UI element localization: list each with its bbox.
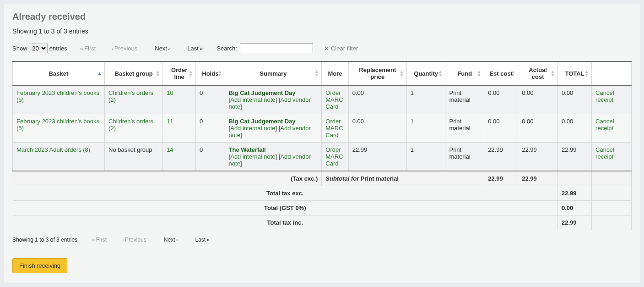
page-size-control: Show 20 entries: [12, 44, 67, 53]
total-value: 22.99: [562, 146, 577, 153]
already-received-panel: Already received Showing 1 to 3 of 3 ent…: [4, 4, 640, 284]
basket-link[interactable]: February 2023 children's books (5): [16, 118, 99, 132]
quantity-value: 1: [411, 118, 414, 125]
col-fund[interactable]: Fund ▲▼: [445, 61, 484, 85]
add-internal-note-link[interactable]: Add internal note: [230, 153, 275, 160]
more-card-link[interactable]: Card: [325, 160, 338, 167]
chevrons-left-icon: «: [80, 45, 83, 52]
fund-value: Print material: [449, 118, 470, 132]
est-cost-value: 0.00: [488, 89, 499, 96]
total-gst-value: 0.00: [558, 201, 592, 215]
col-actual-cost[interactable]: Actual cost ▲▼: [518, 61, 558, 85]
total-tax-inc-label: Total tax inc.: [13, 215, 558, 230]
bottom-controls: Showing 1 to 3 of 3 entries « First ‹ Pr…: [12, 230, 632, 246]
replacement-price-value: 22.99: [352, 146, 368, 153]
more-order-link[interactable]: Order: [325, 89, 341, 96]
est-cost-value: 22.99: [488, 146, 503, 153]
clear-filter[interactable]: ✕ Clear filter: [324, 45, 358, 52]
total-tax-exc-label: Total tax exc.: [13, 186, 558, 201]
total-tax-inc-value: 22.99: [558, 215, 592, 230]
holds-value: 0: [200, 118, 203, 125]
chevrons-right-icon: »: [206, 237, 210, 243]
quantity-value: 1: [411, 89, 414, 96]
col-est-cost[interactable]: Est cost ▲▼: [484, 61, 518, 85]
close-icon: ✕: [324, 45, 329, 52]
chevron-right-icon: ›: [176, 237, 178, 243]
col-more: More: [322, 61, 349, 85]
col-quantity[interactable]: Quantity ▲▼: [406, 61, 445, 85]
more-card-link[interactable]: Card: [325, 103, 338, 110]
col-replacement-price[interactable]: Replacement price ▲▼: [348, 61, 406, 85]
actual-cost-value: 22.99: [522, 146, 537, 153]
cancel-receipt-link[interactable]: Cancel receipt: [595, 118, 614, 132]
add-internal-note-link[interactable]: Add internal note: [230, 96, 275, 103]
cancel-receipt-link[interactable]: Cancel receipt: [595, 146, 614, 160]
table-row: February 2023 children's books (5)Childr…: [13, 85, 632, 114]
replacement-price-value: 0.00: [352, 118, 364, 125]
col-basket-group[interactable]: Basket group ▲▼: [105, 61, 163, 85]
pager-previous[interactable]: ‹ Previous: [108, 45, 140, 52]
chevron-right-icon: ›: [168, 45, 170, 52]
fund-value: Print material: [449, 146, 470, 160]
finish-receiving-button[interactable]: Finish receiving: [12, 258, 67, 273]
total-tax-exc-value: 22.99: [558, 186, 592, 201]
page-size-select[interactable]: 20: [29, 44, 48, 53]
show-label: Show: [12, 45, 27, 52]
pager-next[interactable]: Next ›: [152, 45, 173, 52]
table-row: March 2023 Adult orders (8)No basket gro…: [13, 143, 632, 171]
col-total[interactable]: TOTAL ▲▼: [558, 61, 592, 85]
add-internal-note-link[interactable]: Add internal note: [230, 125, 275, 132]
more-marc-link[interactable]: MARC: [325, 96, 343, 103]
entries-label: entries: [49, 45, 67, 52]
tax-exc-label: (Tax exc.): [13, 171, 322, 186]
more-card-link[interactable]: Card: [325, 132, 338, 138]
pager-previous-bottom[interactable]: ‹ Previous: [119, 237, 149, 243]
search-input[interactable]: [240, 43, 313, 53]
total-value: 0.00: [562, 89, 573, 96]
quantity-value: 1: [411, 146, 414, 153]
page-title: Already received: [12, 11, 632, 22]
summary-title[interactable]: Big Cat Judgement Day: [229, 118, 296, 125]
chevron-left-icon: ‹: [111, 45, 113, 52]
more-marc-link[interactable]: MARC: [325, 153, 343, 160]
basket-link[interactable]: February 2023 children's books (5): [16, 89, 99, 103]
col-holds[interactable]: Holds ▲▼: [196, 61, 225, 85]
pager-last-bottom[interactable]: Last »: [192, 237, 212, 243]
holds-value: 0: [200, 146, 203, 153]
col-order-line[interactable]: Order line ▲▼: [163, 61, 196, 85]
received-orders-table: Basket ▲ Basket group ▲▼ Order line ▲▼ H…: [12, 61, 632, 230]
subtotal-est: 22.99: [484, 171, 518, 186]
order-line-link[interactable]: 11: [167, 118, 173, 125]
replacement-price-value: 0.00: [352, 89, 364, 96]
entries-info-bottom: Showing 1 to 3 of 3 entries: [12, 237, 77, 243]
more-order-link[interactable]: Order: [325, 118, 341, 125]
pager-next-bottom[interactable]: Next ›: [161, 237, 181, 243]
summary-title[interactable]: The Waterfall: [229, 146, 266, 153]
fund-value: Print material: [449, 89, 470, 103]
pager-last[interactable]: Last »: [184, 45, 206, 52]
order-line-link[interactable]: 14: [167, 146, 173, 153]
est-cost-value: 0.00: [488, 118, 499, 125]
subtotal-label: Subtotal for Print material: [322, 171, 484, 186]
cancel-receipt-link[interactable]: Cancel receipt: [595, 89, 614, 103]
basket-group-link[interactable]: Children's orders (2): [108, 118, 153, 132]
chevrons-left-icon: «: [92, 237, 95, 243]
basket-group-link[interactable]: Children's orders (2): [108, 89, 153, 103]
order-line-link[interactable]: 10: [167, 89, 173, 96]
total-value: 0.00: [562, 118, 573, 125]
col-basket[interactable]: Basket ▲: [13, 61, 105, 85]
total-gst-label: Total (GST 0%): [13, 201, 558, 215]
basket-group-text: No basket group: [108, 146, 152, 153]
entries-info-top: Showing 1 to 3 of 3 entries: [12, 28, 632, 35]
table-row: February 2023 children's books (5)Childr…: [13, 114, 632, 143]
actual-cost-value: 0.00: [522, 118, 533, 125]
pager-first-bottom[interactable]: « First: [89, 237, 109, 243]
search-label: Search:: [216, 45, 237, 52]
col-summary[interactable]: Summary ▲▼: [225, 61, 322, 85]
summary-title[interactable]: Big Cat Judgement Day: [229, 89, 296, 96]
chevrons-right-icon: »: [200, 45, 203, 52]
more-order-link[interactable]: Order: [325, 146, 341, 153]
basket-link[interactable]: March 2023 Adult orders (8): [16, 146, 90, 153]
pager-first[interactable]: « First: [77, 45, 99, 52]
more-marc-link[interactable]: MARC: [325, 125, 343, 132]
